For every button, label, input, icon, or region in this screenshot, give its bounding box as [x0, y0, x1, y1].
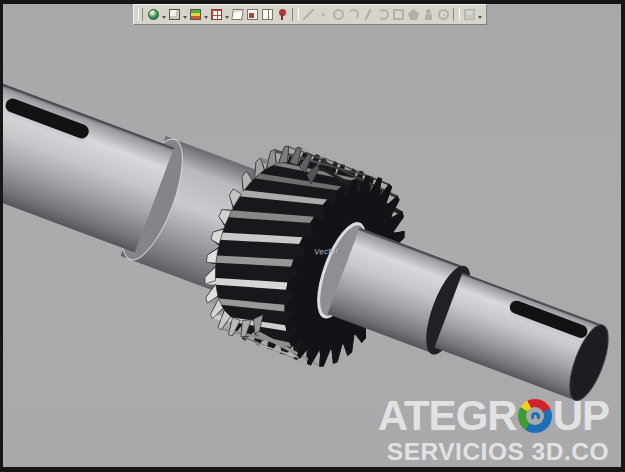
brand-watermark: ATEGR UP SERVICIOS 3D.CO [378, 395, 609, 465]
person-glyph [423, 9, 434, 20]
toolbar-drag-handle[interactable] [138, 8, 143, 21]
page-glyph [231, 9, 244, 20]
view-orientation-icon[interactable] [146, 7, 161, 23]
brand-name-left: ATEGR [378, 395, 517, 437]
view-visibility-icon[interactable] [436, 7, 451, 23]
new-sheet-icon[interactable] [230, 7, 245, 23]
annotated-sheet-icon[interactable] [245, 7, 260, 23]
stock-watermark-text: Vector [314, 246, 339, 257]
save-icon[interactable] [462, 7, 477, 23]
sketch-rectangle-icon[interactable] [391, 7, 406, 23]
display-style-icon[interactable] [188, 7, 203, 23]
page2-glyph [247, 9, 258, 20]
sketch-polygon-icon[interactable] [406, 7, 421, 23]
globe-glyph [148, 9, 159, 20]
design-tree-icon[interactable] [275, 7, 290, 23]
book-glyph [262, 9, 273, 20]
tree-glyph [277, 9, 288, 20]
flyout-arrow-icon[interactable] [162, 16, 166, 19]
brand-o-swirl-logo [518, 399, 552, 433]
grid-glyph [211, 9, 222, 20]
sketch-spline-icon[interactable] [361, 7, 376, 23]
line-glyph [303, 9, 314, 20]
application-window: Vector ATEGR UP SERVICIOS 3D.CO [0, 0, 625, 472]
standard-views-icon[interactable] [167, 7, 182, 23]
dot-glyph [318, 9, 329, 20]
layers-glyph [190, 9, 201, 20]
flyout-arrow-icon[interactable] [478, 16, 482, 19]
spline-glyph [363, 9, 374, 20]
eye-glyph [438, 9, 449, 20]
save-glyph [464, 9, 475, 20]
toolbar-separator [453, 8, 460, 21]
sketch-circle-icon[interactable] [331, 7, 346, 23]
mate-entity-icon[interactable] [421, 7, 436, 23]
cube-glyph [169, 9, 180, 20]
arc-glyph [348, 9, 359, 20]
sketch-point-icon[interactable] [316, 7, 331, 23]
drawing-grid-icon[interactable] [209, 7, 224, 23]
rotate-glyph [378, 9, 389, 20]
sheet-format-icon[interactable] [260, 7, 275, 23]
cad-workspace: Vector ATEGR UP SERVICIOS 3D.CO [3, 4, 621, 467]
flyout-arrow-icon[interactable] [225, 16, 229, 19]
sketch-line-icon[interactable] [301, 7, 316, 23]
sketch-arc-icon[interactable] [346, 7, 361, 23]
flyout-arrow-icon[interactable] [204, 16, 208, 19]
rect-glyph [393, 9, 404, 20]
rotate-view-icon[interactable] [376, 7, 391, 23]
top-toolbar [133, 4, 487, 25]
poly-glyph [408, 9, 419, 20]
flyout-arrow-icon[interactable] [183, 16, 187, 19]
brand-subtitle: SERVICIOS 3D.CO [378, 440, 609, 465]
brand-name-line: ATEGR UP [378, 395, 609, 437]
brand-name-right: UP [553, 395, 609, 437]
ring-glyph [333, 9, 344, 20]
toolbar-separator [292, 8, 299, 21]
